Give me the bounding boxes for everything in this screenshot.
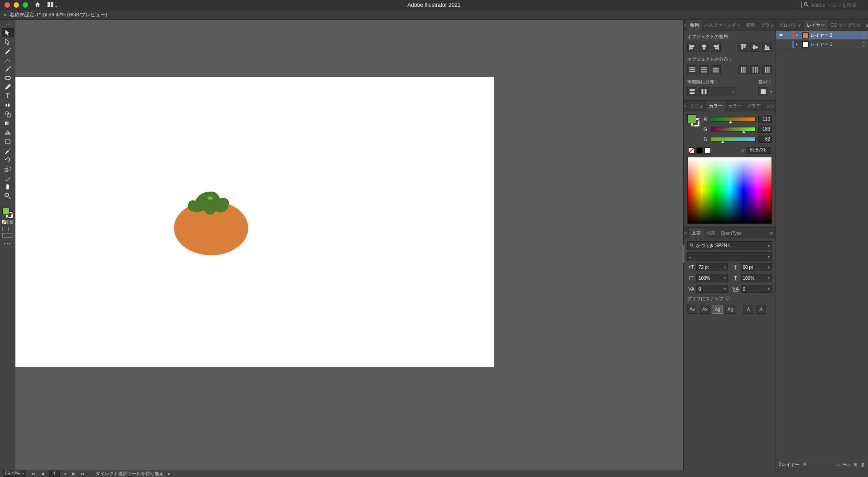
prev-artboard-icon[interactable]: ◀ bbox=[40, 471, 45, 476]
panel-menu-icon[interactable]: ≡ bbox=[863, 23, 868, 28]
tab-layers[interactable]: レイヤー bbox=[804, 20, 828, 31]
dist-top-button[interactable] bbox=[687, 65, 697, 74]
info-icon[interactable]: ⓘ bbox=[725, 296, 730, 302]
screen-mode-icon[interactable] bbox=[2, 233, 13, 238]
g-slider[interactable] bbox=[711, 127, 756, 131]
glyph-snap-6[interactable]: A bbox=[756, 305, 766, 314]
leading-input[interactable]: 60 pt▾ bbox=[741, 263, 772, 271]
hex-input[interactable]: 6EB73E bbox=[746, 147, 771, 154]
first-artboard-icon[interactable]: ⏮ bbox=[30, 471, 36, 476]
close-window-icon[interactable] bbox=[5, 2, 10, 8]
toolbar-chevrons-icon[interactable]: ›› bbox=[1, 22, 14, 27]
r-slider[interactable] bbox=[711, 117, 756, 122]
help-search-input[interactable] bbox=[811, 2, 865, 8]
align-vcenter-button[interactable] bbox=[750, 43, 760, 52]
r-value[interactable]: 110 bbox=[758, 116, 772, 123]
scale-tool[interactable] bbox=[2, 165, 13, 173]
color-mode-swatches[interactable] bbox=[2, 220, 13, 224]
last-artboard-icon[interactable]: ⏭ bbox=[80, 471, 87, 476]
canvas-area[interactable] bbox=[15, 20, 683, 470]
font-size-input[interactable]: 72 pt▾ bbox=[696, 263, 728, 271]
pencil-tool[interactable] bbox=[2, 83, 13, 91]
artboard-dropdown-icon[interactable]: ▾ bbox=[63, 471, 68, 476]
no-color-swatch[interactable] bbox=[688, 147, 694, 154]
kerning-input[interactable]: 0▾ bbox=[696, 285, 728, 293]
tab-color[interactable]: カラー bbox=[706, 101, 725, 112]
glyph-snap-1[interactable]: Ax bbox=[687, 305, 697, 314]
dist-vspace-button[interactable] bbox=[687, 87, 697, 96]
tab-paragraph[interactable]: 段落 bbox=[704, 228, 718, 238]
zoom-tool[interactable] bbox=[2, 192, 13, 200]
next-artboard-icon[interactable]: ▶ bbox=[71, 471, 77, 476]
panel-dock-icon[interactable] bbox=[685, 105, 685, 107]
zoom-select[interactable]: 59.42% ▾ bbox=[3, 471, 26, 477]
status-menu-icon[interactable]: ▸ bbox=[167, 471, 171, 476]
dist-hspace-button[interactable] bbox=[699, 87, 709, 96]
spacing-value-input[interactable]: ▾ bbox=[711, 87, 736, 96]
ellipse-tool[interactable] bbox=[2, 74, 13, 82]
font-style-select[interactable]: - ▾ bbox=[687, 252, 772, 261]
maximize-window-icon[interactable] bbox=[23, 2, 28, 8]
search-icon[interactable] bbox=[804, 2, 809, 9]
curvature-tool[interactable] bbox=[2, 56, 13, 64]
tab-gradient[interactable]: グラデ bbox=[744, 101, 763, 112]
white-swatch[interactable] bbox=[704, 147, 711, 154]
document-tab[interactable]: × 名称未設定-1* @ 59.42% (RGB/プレビュー) bbox=[4, 11, 107, 18]
direct-selection-tool[interactable] bbox=[2, 38, 13, 46]
glyph-snap-4[interactable]: Ag bbox=[725, 305, 735, 314]
paintbrush-tool[interactable] bbox=[2, 65, 13, 73]
reflect-tool[interactable] bbox=[2, 101, 13, 109]
tab-brushes[interactable]: ブラシ bbox=[758, 20, 777, 31]
selection-tool[interactable] bbox=[2, 29, 13, 37]
layer-row[interactable]: ▸ レイヤー 2 bbox=[776, 31, 868, 40]
edit-toolbar-icon[interactable]: ••• bbox=[4, 241, 12, 246]
layer-name[interactable]: レイヤー 1 bbox=[810, 41, 860, 48]
new-sublayer-icon[interactable]: +▭ bbox=[843, 462, 850, 467]
align-left-button[interactable] bbox=[687, 43, 697, 52]
eyedropper-tool[interactable] bbox=[2, 146, 13, 155]
hscale-input[interactable]: 100%▾ bbox=[741, 274, 772, 282]
tab-properties[interactable]: プロパティ bbox=[776, 20, 804, 31]
glyph-snap-5[interactable]: A bbox=[743, 305, 753, 314]
align-top-button[interactable] bbox=[738, 43, 748, 52]
tab-opentype[interactable]: OpenType bbox=[718, 228, 744, 238]
dist-bottom-button[interactable] bbox=[711, 65, 721, 74]
tracking-input[interactable]: 0▾ bbox=[741, 285, 772, 293]
delete-layer-icon[interactable]: 🗑 bbox=[861, 462, 865, 467]
arrange-documents-icon[interactable]: ▾ bbox=[47, 1, 57, 9]
hand-tool[interactable] bbox=[2, 183, 13, 191]
rotate-tool[interactable] bbox=[2, 156, 13, 164]
dist-left-button[interactable] bbox=[738, 65, 748, 74]
shape-builder-tool[interactable] bbox=[2, 110, 13, 118]
b-slider[interactable] bbox=[711, 137, 756, 141]
expand-icon[interactable]: ▸ bbox=[796, 42, 800, 46]
dist-right-button[interactable] bbox=[762, 65, 772, 74]
dist-hcenter-button[interactable] bbox=[750, 65, 760, 74]
expand-icon[interactable]: ▸ bbox=[796, 33, 800, 37]
layer-name[interactable]: レイヤー 2 bbox=[810, 32, 860, 39]
align-to-button[interactable] bbox=[758, 87, 768, 96]
panel-menu-icon[interactable]: ≡ bbox=[767, 231, 776, 236]
new-layer-icon[interactable]: ⊞ bbox=[854, 462, 857, 467]
align-bottom-button[interactable] bbox=[762, 43, 772, 52]
g-value[interactable]: 183 bbox=[758, 126, 772, 133]
glyph-snap-2[interactable]: Ax bbox=[700, 305, 710, 314]
perspective-grid-tool[interactable] bbox=[2, 128, 13, 136]
font-family-select[interactable]: かづらき SP2N L ▾ bbox=[687, 241, 772, 250]
tab-transform[interactable]: 変形 bbox=[743, 20, 758, 31]
chevron-down-icon[interactable]: ▾ bbox=[770, 90, 772, 94]
tab-align[interactable]: 整列 bbox=[687, 20, 702, 31]
tab-color-guide[interactable]: カラー bbox=[725, 101, 744, 112]
b-value[interactable]: 62 bbox=[758, 136, 772, 143]
target-icon[interactable] bbox=[862, 33, 866, 38]
gradient-tool[interactable] bbox=[2, 119, 13, 127]
align-hcenter-button[interactable] bbox=[699, 43, 709, 52]
draw-mode-icons[interactable] bbox=[2, 227, 13, 231]
visibility-icon[interactable] bbox=[778, 32, 784, 39]
collect-layer-icon[interactable]: ▭ bbox=[835, 462, 839, 467]
dist-vcenter-button[interactable] bbox=[699, 65, 709, 74]
artboard-number-input[interactable] bbox=[49, 471, 60, 477]
tab-cc-libraries[interactable]: CC ライブラリ bbox=[828, 20, 863, 31]
vscale-input[interactable]: 100%▾ bbox=[696, 274, 728, 282]
layer-row[interactable]: ▸ レイヤー 1 bbox=[776, 40, 868, 49]
